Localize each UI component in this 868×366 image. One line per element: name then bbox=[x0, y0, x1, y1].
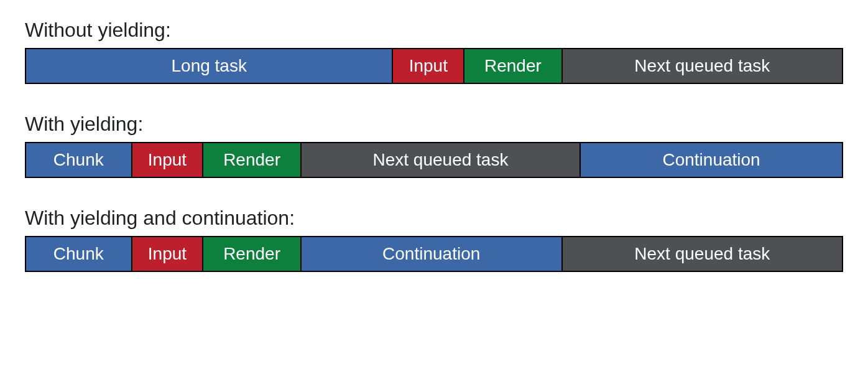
timeline-block: Continuation bbox=[581, 143, 842, 177]
timeline-block: Input bbox=[132, 143, 204, 177]
timeline-block: Render bbox=[464, 49, 562, 83]
timeline-block: Chunk bbox=[26, 143, 132, 177]
timeline-block: Input bbox=[393, 49, 464, 83]
section-title: With yielding: bbox=[25, 113, 843, 136]
timeline-block: Chunk bbox=[26, 237, 132, 271]
timeline-bar: ChunkInputRenderNext queued taskContinua… bbox=[25, 142, 843, 178]
section-title: With yielding and continuation: bbox=[25, 207, 843, 230]
diagram-root: Without yielding:Long taskInputRenderNex… bbox=[25, 19, 843, 272]
timeline-bar: ChunkInputRenderContinuationNext queued … bbox=[25, 236, 843, 272]
timeline-block: Next queued task bbox=[563, 49, 842, 83]
timeline-block: Long task bbox=[26, 49, 393, 83]
section: Without yielding:Long taskInputRenderNex… bbox=[25, 19, 843, 84]
timeline-block: Next queued task bbox=[302, 143, 581, 177]
timeline-block: Next queued task bbox=[563, 237, 842, 271]
timeline-block: Input bbox=[132, 237, 204, 271]
timeline-block: Render bbox=[203, 143, 301, 177]
section: With yielding and continuation:ChunkInpu… bbox=[25, 207, 843, 272]
section: With yielding:ChunkInputRenderNext queue… bbox=[25, 113, 843, 178]
timeline-block: Render bbox=[203, 237, 301, 271]
section-title: Without yielding: bbox=[25, 19, 843, 42]
timeline-block: Continuation bbox=[302, 237, 563, 271]
timeline-bar: Long taskInputRenderNext queued task bbox=[25, 48, 843, 84]
